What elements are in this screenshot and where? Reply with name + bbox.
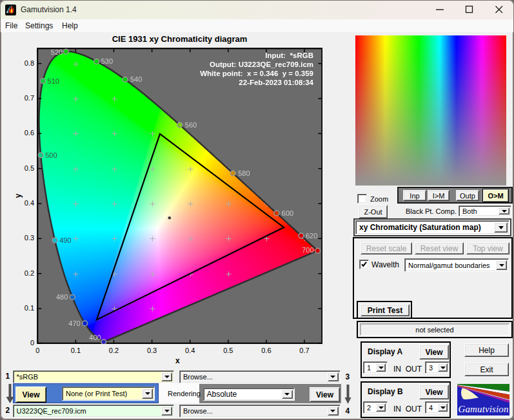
svg-text:Gamutvision: Gamutvision <box>459 404 509 414</box>
